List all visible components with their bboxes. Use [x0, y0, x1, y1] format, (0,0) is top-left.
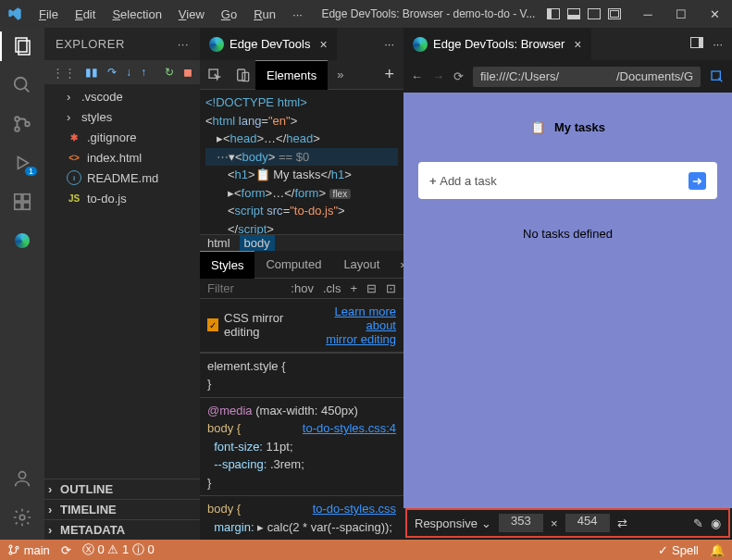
activity-settings[interactable]	[11, 506, 33, 529]
mirror-label: CSS mirror editing	[224, 311, 309, 339]
explorer-more-icon[interactable]: ···	[178, 37, 189, 51]
layout-left-icon[interactable]	[547, 8, 560, 19]
crumb-html[interactable]: html	[207, 236, 230, 250]
split-icon[interactable]	[690, 37, 703, 48]
dom-tree[interactable]: <!DOCTYPE html> <html lang="en"> ▸<head>…	[200, 90, 403, 234]
cls-toggle[interactable]: .cls	[323, 281, 341, 295]
hov-toggle[interactable]: :hov	[291, 281, 314, 295]
reload-icon[interactable]: ⟳	[453, 69, 464, 83]
plus-icon[interactable]: +	[375, 65, 403, 84]
activity-bar: 1	[0, 28, 44, 540]
tree-file-readme[interactable]: iREADME.md	[44, 168, 200, 188]
drag-handle-icon[interactable]: ⋮⋮	[52, 66, 76, 80]
elements-tab[interactable]: Elements	[255, 60, 328, 90]
explorer-title: EXPLORER	[56, 37, 125, 51]
tree-file-index[interactable]: <>index.html	[44, 147, 200, 168]
step-into-icon[interactable]: ↓	[126, 66, 131, 79]
computed-tab[interactable]: Computed	[254, 251, 332, 279]
css-rule-body[interactable]: body {to-do-styles.css margin: ▸ calc(2 …	[200, 495, 403, 540]
css-rule-media[interactable]: @media (max-width: 450px) body {to-do-st…	[200, 397, 403, 496]
submit-icon[interactable]: ➜	[689, 172, 706, 190]
height-input[interactable]: 454	[565, 514, 610, 532]
device-icon[interactable]: ⊟	[366, 281, 377, 295]
activity-debug[interactable]: 1	[11, 152, 33, 174]
layout-bottom-icon[interactable]	[567, 8, 580, 19]
section-timeline[interactable]: › TIMELINE	[44, 499, 200, 519]
more-icon[interactable]: ···	[384, 37, 394, 51]
dimensions-bar: Responsive ⌄ 353 × 454 ⇄ ✎ ◉	[405, 508, 730, 538]
filter-input[interactable]: Filter	[207, 281, 234, 295]
css-rule-element-style[interactable]: element.style { }	[200, 353, 403, 397]
devtools-icon[interactable]	[710, 69, 725, 84]
wand-icon[interactable]: ✎	[693, 516, 703, 530]
edge-icon	[209, 37, 224, 52]
tree-folder-vscode[interactable]: ›.vscode	[44, 86, 200, 106]
layout-tab[interactable]: Layout	[332, 251, 391, 279]
section-outline[interactable]: › OUTLINE	[44, 479, 200, 499]
more-icon[interactable]: ⊡	[386, 281, 396, 295]
activity-search[interactable]	[11, 74, 33, 96]
menu-file[interactable]: FFileile	[31, 4, 66, 25]
activity-explorer[interactable]	[11, 35, 33, 57]
responsive-dropdown[interactable]: Responsive ⌄	[415, 516, 491, 530]
close-button[interactable]: ✕	[704, 4, 725, 24]
minimize-button[interactable]: ─	[638, 4, 658, 24]
device-icon[interactable]	[230, 68, 255, 82]
branch-indicator[interactable]: main	[7, 543, 50, 557]
stop-icon[interactable]: ◼	[183, 66, 192, 79]
problems-indicator[interactable]: ⓧ 0 ⚠ 1 ⓘ 0	[82, 541, 155, 558]
activity-source-control[interactable]	[11, 113, 33, 135]
styles-tab[interactable]: Styles	[200, 251, 254, 279]
more-icon[interactable]: ···	[713, 37, 723, 51]
add-rule-icon[interactable]: +	[350, 281, 357, 295]
menu-go[interactable]: Go	[214, 4, 244, 25]
svg-point-6	[25, 122, 30, 127]
tree-folder-styles[interactable]: ›styles	[44, 106, 200, 127]
menu-more[interactable]: ···	[285, 4, 310, 25]
svg-point-2	[15, 78, 27, 90]
learn-link2[interactable]: mirror editing	[326, 332, 396, 346]
chevrons-icon[interactable]: »	[328, 68, 353, 81]
spell-indicator[interactable]: ✓ Spell	[658, 543, 699, 557]
step-over-icon[interactable]: ↷	[107, 66, 117, 79]
tree-file-todojs[interactable]: JSto-do.js	[44, 188, 200, 208]
section-metadata[interactable]: › METADATA	[44, 519, 200, 540]
menu-run[interactable]: Run	[246, 4, 283, 25]
eye-icon[interactable]: ◉	[711, 516, 721, 530]
forward-icon[interactable]: →	[432, 69, 444, 83]
layout-right-icon[interactable]	[588, 8, 601, 19]
restart-icon[interactable]: ↻	[165, 66, 174, 79]
activity-extensions[interactable]	[11, 191, 33, 213]
rotate-icon[interactable]: ⇄	[617, 516, 627, 530]
mirror-checkbox[interactable]: ✓	[207, 318, 218, 331]
learn-link[interactable]: Learn more about	[335, 305, 396, 332]
activity-account[interactable]	[11, 467, 33, 490]
menu-view[interactable]: View	[171, 4, 212, 25]
menu-selection[interactable]: Selection	[105, 4, 168, 25]
close-icon[interactable]: ×	[574, 37, 581, 52]
devtools-pane: Edge DevTools × ··· Elements » + <!DOCTY…	[200, 28, 403, 540]
layout-full-icon[interactable]	[608, 8, 621, 19]
tab-browser[interactable]: Edge DevTools: Browser ×	[403, 28, 591, 60]
pause-icon[interactable]: ▮▮	[85, 66, 98, 79]
crumb-body[interactable]: body	[240, 235, 275, 251]
debug-toolbar: ⋮⋮ ▮▮ ↷ ↓ ↑ ↻ ◼	[44, 60, 200, 84]
menu-edit[interactable]: Edit	[68, 4, 103, 25]
maximize-button[interactable]: ☐	[671, 4, 691, 24]
width-input[interactable]: 353	[499, 514, 543, 532]
activity-edge[interactable]	[11, 230, 33, 252]
tree-file-gitignore[interactable]: ✱.gitignore	[44, 127, 200, 147]
bell-icon[interactable]: 🔔	[710, 543, 725, 557]
close-icon[interactable]: ×	[319, 37, 327, 52]
address-bar[interactable]: file:///C:/Users//Documents/G	[473, 67, 701, 87]
step-out-icon[interactable]: ↑	[141, 66, 146, 79]
info-icon: i	[67, 170, 81, 185]
page-heading: 📋 My tasks	[530, 120, 605, 134]
edge-icon	[413, 37, 428, 52]
sync-icon[interactable]: ⟳	[61, 543, 71, 557]
back-icon[interactable]: ←	[411, 69, 423, 83]
add-task-input[interactable]: + Add a task ➜	[418, 162, 717, 199]
svg-point-21	[16, 546, 19, 549]
inspect-icon[interactable]	[200, 68, 230, 82]
tab-devtools[interactable]: Edge DevTools ×	[200, 28, 337, 60]
